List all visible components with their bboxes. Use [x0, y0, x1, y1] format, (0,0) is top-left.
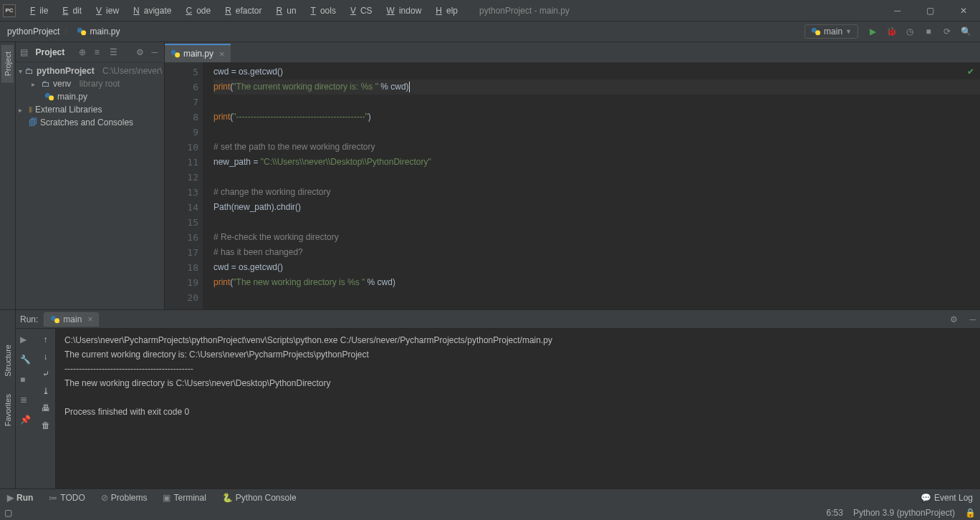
menu-navigate[interactable]: Navigate — [125, 4, 176, 17]
editor-gutter[interactable]: 567891011121314151617181920 — [165, 62, 203, 309]
breadcrumb-separator: 〉 — [64, 26, 72, 38]
rerun-button[interactable]: ▶ — [20, 334, 32, 346]
breadcrumb-project[interactable]: pythonProject — [4, 27, 62, 37]
hide-icon[interactable]: ─ — [151, 47, 160, 57]
modify-run-config-button[interactable]: 🔧 — [20, 355, 32, 366]
svg-point-1 — [82, 30, 87, 35]
down-stack-button[interactable]: ↓ — [44, 352, 48, 362]
python-icon — [50, 314, 60, 324]
menu-file[interactable]: File — [21, 4, 52, 17]
run-panel-label: Run: — [20, 314, 38, 324]
structure-tool-tab[interactable]: Structure — [2, 339, 14, 382]
project-view-icon: ▤ — [20, 47, 29, 57]
menu-tools[interactable]: Tools — [302, 4, 340, 17]
inspection-ok-icon[interactable]: ✔ — [967, 67, 974, 77]
app-logo: PC — [3, 4, 16, 17]
console-output[interactable]: C:\Users\never\PycharmProjects\pythonPro… — [56, 329, 980, 488]
project-tool-window: ▤ Project ⊕ ≡ ☰ ⚙ ─ ▾ 🗀 pythonProject C:… — [16, 42, 165, 309]
chevron-down-icon: ▼ — [845, 28, 852, 35]
python-console-tool-tab[interactable]: 🐍Python Console — [219, 491, 299, 504]
library-icon: ⫴ — [29, 105, 32, 115]
search-everywhere-button[interactable]: 🔍 — [960, 26, 971, 37]
expand-all-icon[interactable]: ≡ — [95, 47, 103, 57]
lock-icon[interactable]: 🔒 — [965, 508, 976, 518]
code-area[interactable]: cwd = os.getcwd()print("The current work… — [203, 62, 980, 309]
problems-tool-tab[interactable]: ⊘Problems — [98, 491, 150, 504]
event-log-tool-tab[interactable]: 💬Event Log — [918, 491, 976, 504]
run-button[interactable]: ▶ — [867, 26, 878, 37]
python-interpreter[interactable]: Python 3.9 (pythonProject) — [853, 508, 955, 518]
tree-main-file[interactable]: main.py — [16, 90, 164, 103]
folder-icon: 🗀 — [25, 66, 34, 76]
project-tree: ▾ 🗀 pythonProject C:\Users\never\ ▸ 🗀 ve… — [16, 62, 164, 309]
pin-tab-button[interactable]: 📌 — [20, 415, 32, 426]
minimize-button[interactable]: ─ — [890, 6, 905, 16]
menu-vcs[interactable]: VCS — [342, 4, 377, 17]
titlebar: PC FileEditViewNavigateCodeRefactorRunTo… — [0, 0, 980, 21]
python-file-icon — [77, 27, 87, 37]
up-stack-button[interactable]: ↑ — [44, 334, 48, 345]
run-tool-tab[interactable]: ▶Run — [4, 491, 36, 504]
project-tool-tab[interactable]: Project — [1, 45, 14, 82]
terminal-tool-tab[interactable]: ▣Terminal — [160, 491, 208, 504]
folder-icon: 🗀 — [42, 79, 50, 89]
menu-edit[interactable]: Edit — [54, 4, 86, 17]
tree-venv[interactable]: ▸ 🗀 venv library root — [16, 77, 164, 90]
python-icon — [811, 27, 821, 37]
menu-window[interactable]: Window — [378, 4, 426, 17]
run-tool-window: Structure Favorites Run: main × ⚙ ─ ▶ 🔧 … — [0, 309, 980, 488]
main-menu: FileEditViewNavigateCodeRefactorRunTools… — [21, 4, 462, 17]
debug-button[interactable]: 🐞 — [885, 26, 897, 37]
stop-run-button[interactable]: ■ — [20, 375, 32, 386]
collapse-all-icon[interactable]: ☰ — [110, 47, 118, 57]
settings-icon[interactable]: ⚙ — [136, 47, 145, 57]
coverage-button[interactable]: ◷ — [904, 26, 916, 37]
close-run-tab-icon[interactable]: × — [87, 314, 92, 324]
clear-all-button[interactable]: 🗑 — [42, 420, 50, 430]
editor: main.py × 567891011121314151617181920 cw… — [165, 42, 980, 309]
left-tool-window-stripe: Project — [0, 42, 16, 309]
locate-icon[interactable]: ⊕ — [79, 47, 87, 57]
breadcrumb-file[interactable]: main.py — [74, 27, 123, 37]
tree-scratches[interactable]: 🗐 Scratches and Consoles — [16, 116, 164, 129]
cursor-position[interactable]: 6:53 — [827, 508, 843, 518]
tree-external-libraries[interactable]: ▸ ⫴ External Libraries — [16, 103, 164, 116]
menu-run[interactable]: Run — [268, 4, 301, 17]
run-settings-icon[interactable]: ⚙ — [950, 314, 958, 324]
menu-code[interactable]: Code — [177, 4, 215, 17]
svg-point-9 — [54, 318, 59, 323]
project-panel-title: Project — [36, 47, 65, 57]
soft-wrap-button[interactable]: ⤶ — [42, 369, 49, 379]
close-tab-icon[interactable]: × — [219, 49, 225, 59]
editor-tabstrip: main.py × — [165, 42, 980, 62]
svg-point-5 — [49, 95, 54, 100]
tree-project-root[interactable]: ▾ 🗀 pythonProject C:\Users\never\ — [16, 64, 164, 77]
svg-point-7 — [175, 52, 180, 57]
run-config-selector[interactable]: main ▼ — [804, 24, 858, 39]
close-button[interactable]: ✕ — [956, 6, 971, 16]
run-hide-icon[interactable]: ─ — [969, 314, 976, 324]
run-tab-main[interactable]: main × — [44, 312, 99, 327]
scroll-to-end-button[interactable]: ⤓ — [42, 386, 49, 396]
python-file-icon — [170, 49, 181, 59]
navigation-bar: pythonProject 〉 main.py main ▼ ▶ 🐞 ◷ ■ ⟳… — [0, 21, 980, 42]
update-button[interactable]: ⟳ — [941, 26, 953, 37]
python-file-icon — [44, 92, 54, 102]
menu-view[interactable]: View — [87, 4, 123, 17]
svg-point-3 — [815, 30, 820, 35]
scratch-icon: 🗐 — [29, 117, 37, 127]
menu-refactor[interactable]: Refactor — [216, 4, 266, 17]
print-button[interactable]: 🖶 — [42, 403, 50, 413]
menu-help[interactable]: Help — [427, 4, 462, 17]
window-title: pythonProject - main.py — [479, 6, 570, 16]
editor-tab-main[interactable]: main.py × — [165, 44, 231, 62]
bottom-tool-stripe: ▶Run ≔TODO ⊘Problems ▣Terminal 🐍Python C… — [0, 488, 980, 506]
status-toggle-icon[interactable]: ▢ — [4, 508, 12, 518]
stop-button[interactable]: ■ — [923, 26, 934, 37]
maximize-button[interactable]: ▢ — [922, 6, 938, 16]
statusbar: ▢ 6:53 Python 3.9 (pythonProject) 🔒 — [0, 506, 980, 520]
dump-threads-button[interactable]: ≣ — [20, 395, 32, 406]
favorites-tool-tab[interactable]: Favorites — [2, 388, 14, 432]
todo-tool-tab[interactable]: ≔TODO — [46, 491, 87, 504]
